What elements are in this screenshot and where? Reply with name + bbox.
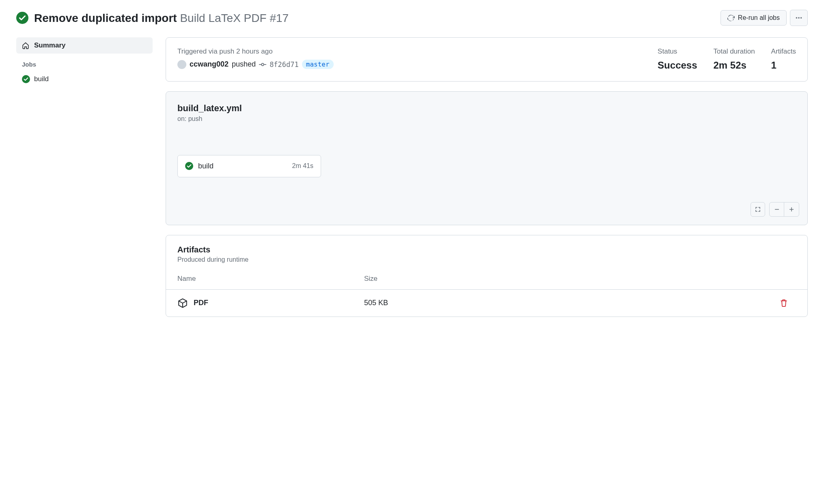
rerun-label: Re-run all jobs xyxy=(738,14,780,22)
artifacts-count-label: Artifacts xyxy=(771,47,796,56)
artifact-size: 505 KB xyxy=(364,299,780,307)
artifacts-title: Artifacts xyxy=(177,245,796,254)
sync-icon xyxy=(727,14,735,22)
package-icon xyxy=(177,298,188,308)
job-name: build xyxy=(198,162,287,170)
trigger-text: Triggered via push 2 hours ago xyxy=(177,47,641,56)
artifacts-table-header: Name Size xyxy=(166,268,807,289)
artifact-name-link[interactable]: PDF xyxy=(194,299,208,307)
job-card-build[interactable]: build 2m 41s xyxy=(177,155,321,177)
zoom-in-button[interactable] xyxy=(784,202,799,216)
page-title: Remove duplicated import Build LaTeX PDF… xyxy=(34,11,289,25)
commit-icon xyxy=(259,61,266,68)
push-action-text: pushed xyxy=(232,60,256,69)
status-value: Success xyxy=(658,60,697,71)
delete-artifact-button[interactable] xyxy=(780,299,796,307)
success-check-icon xyxy=(185,162,193,170)
commit-title: Remove duplicated import xyxy=(34,12,177,24)
artifacts-subtitle: Produced during runtime xyxy=(177,256,796,263)
workflow-graph-panel: build_latex.yml on: push build 2m 41s xyxy=(166,91,808,225)
svg-point-2 xyxy=(798,17,800,19)
workflow-run-name: Build LaTeX PDF #17 xyxy=(180,12,289,24)
zoom-out-button[interactable] xyxy=(770,202,784,216)
trash-icon xyxy=(780,299,796,307)
fullscreen-icon xyxy=(755,206,761,213)
avatar xyxy=(177,60,186,69)
commit-sha-link[interactable]: 8f26d71 xyxy=(270,60,299,69)
artifacts-panel: Artifacts Produced during runtime Name S… xyxy=(166,235,808,317)
job-duration: 2m 41s xyxy=(292,162,313,170)
success-check-icon xyxy=(16,12,28,24)
success-check-icon xyxy=(22,75,30,83)
artifact-row: PDF 505 KB xyxy=(166,289,807,317)
branch-pill[interactable]: master xyxy=(302,60,334,69)
minus-icon xyxy=(774,207,780,212)
artifacts-count-value: 1 xyxy=(771,60,796,71)
duration-label: Total duration xyxy=(714,47,755,56)
sidebar: Summary Jobs build xyxy=(16,37,153,86)
sidebar-jobs-heading: Jobs xyxy=(16,54,153,72)
status-label: Status xyxy=(658,47,697,56)
sidebar-item-summary[interactable]: Summary xyxy=(16,37,153,54)
col-header-name: Name xyxy=(177,275,364,283)
home-icon xyxy=(22,42,29,49)
run-summary-panel: Triggered via push 2 hours ago ccwang002… xyxy=(166,37,808,82)
duration-value: 2m 52s xyxy=(714,60,755,71)
rerun-all-jobs-button[interactable]: Re-run all jobs xyxy=(720,10,787,26)
workflow-file-link[interactable]: build_latex.yml xyxy=(177,103,796,114)
col-header-size: Size xyxy=(364,275,780,283)
sidebar-summary-label: Summary xyxy=(34,41,65,50)
svg-point-1 xyxy=(796,17,798,19)
actor-link[interactable]: ccwang002 xyxy=(190,60,229,69)
sidebar-job-label: build xyxy=(34,75,49,83)
svg-point-3 xyxy=(800,17,802,19)
workflow-trigger-text: on: push xyxy=(177,115,796,123)
kebab-icon xyxy=(795,14,802,22)
fullscreen-button[interactable] xyxy=(751,202,765,217)
sidebar-job-build[interactable]: build xyxy=(16,72,153,86)
more-actions-button[interactable] xyxy=(790,10,808,26)
plus-icon xyxy=(789,207,794,212)
svg-point-5 xyxy=(261,63,264,66)
